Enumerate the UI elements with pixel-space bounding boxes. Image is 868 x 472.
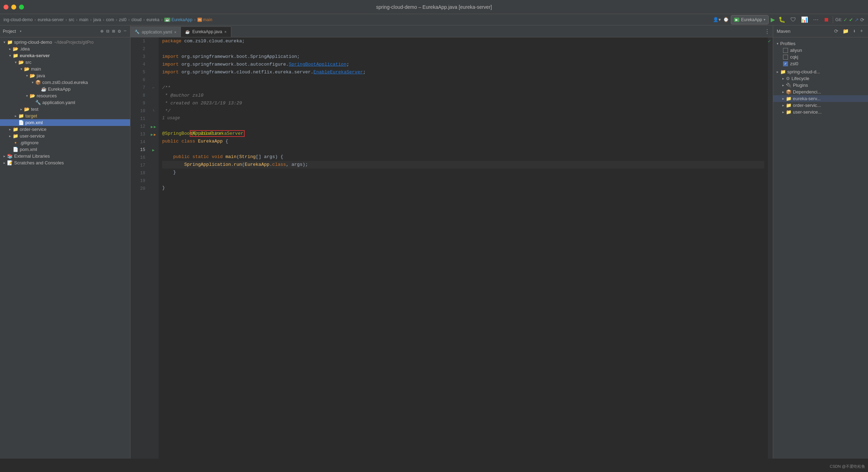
tab-menu[interactable]: ⋮: [762, 26, 773, 37]
expand-arrow[interactable]: ▸: [1, 154, 7, 158]
breadcrumb-item[interactable]: eureka-server: [38, 17, 64, 22]
git-accept-icon[interactable]: ✔: [849, 17, 853, 23]
breadcrumb-item[interactable]: zsl0: [119, 17, 126, 22]
tree-item-package[interactable]: ▾ 📦 com.zsl0.cloud.eureka: [0, 79, 130, 86]
expand-arrow[interactable]: ▾: [24, 94, 30, 98]
profile-button[interactable]: 📊: [800, 16, 809, 24]
profiles-expand-arrow[interactable]: ▾: [775, 42, 780, 46]
locate-icon[interactable]: ⊕: [100, 28, 104, 35]
tree-item-resources[interactable]: ▾ 📂 resources: [0, 92, 130, 99]
tree-item-scratches[interactable]: ▸ 📝 Scratches and Consoles: [0, 159, 130, 166]
profile-cqkj[interactable]: cqkj: [773, 54, 868, 60]
gutter-10[interactable]: └: [148, 107, 159, 115]
expand-arrow[interactable]: ▸: [775, 70, 780, 74]
minimize-button[interactable]: [11, 5, 16, 10]
profile-zsl0[interactable]: zsl0: [773, 60, 868, 67]
tree-item-src[interactable]: ▾ 📂 src: [0, 59, 130, 66]
collapse-all-icon[interactable]: ⊟: [105, 28, 110, 35]
profile-cqkj-checkbox[interactable]: [783, 55, 788, 60]
tree-item-main[interactable]: ▾ 📂 main: [0, 66, 130, 72]
tree-item-yaml[interactable]: 🔧 application.yaml: [0, 99, 130, 106]
breadcrumb-item[interactable]: src: [69, 17, 74, 22]
vcs-icon[interactable]: ⌚: [723, 17, 729, 22]
tree-item-target[interactable]: ▸ 📁 target: [0, 113, 130, 119]
run-gutter-15[interactable]: ▶: [152, 148, 155, 152]
maven-item-order-service[interactable]: ▸ 📁 order-servic...: [773, 102, 868, 109]
expand-arrow[interactable]: ▸: [13, 114, 18, 118]
validation-check[interactable]: ✓: [768, 37, 773, 45]
maven-item-eureka-serv[interactable]: ▸ 📁 eureka-serv...: [773, 95, 868, 102]
maven-reload-icon[interactable]: ⟳: [833, 28, 840, 35]
expand-arrow[interactable]: ▾: [1, 40, 7, 44]
profile-zsl0-checkbox[interactable]: [783, 61, 788, 66]
breadcrumb-item[interactable]: cloud: [132, 17, 142, 22]
maximize-button[interactable]: [19, 5, 24, 10]
gutter-7[interactable]: ⌐: [148, 84, 159, 92]
tree-item-order-service[interactable]: ▸ 📁 order-service: [0, 126, 130, 133]
debug-gutter-12[interactable]: ▶: [154, 125, 156, 129]
tree-item-pom-root[interactable]: 📄 pom.xml: [0, 146, 130, 153]
expand-arrow[interactable]: ▾: [18, 67, 24, 71]
breadcrumb-item[interactable]: main: [79, 17, 88, 22]
breadcrumb-item-main[interactable]: m main: [197, 17, 213, 22]
maven-item-lifecycle[interactable]: ▸ ⚙ Lifecycle: [773, 75, 868, 82]
tree-item-test[interactable]: ▸ 📂 test: [0, 106, 130, 113]
close-tab-eurekaapp[interactable]: ×: [224, 30, 226, 34]
expand-icon[interactable]: ⊞: [111, 28, 116, 35]
run-config-dropdown[interactable]: ▶ EurekaApp ▾: [731, 15, 769, 24]
expand-arrow[interactable]: ▸: [7, 127, 13, 131]
expand-arrow[interactable]: ▸: [780, 110, 786, 114]
expand-arrow[interactable]: ▸: [780, 90, 786, 94]
maven-download-icon[interactable]: ⬇: [851, 28, 857, 35]
tree-item-root[interactable]: ▾ 📁 spring-cloud-demo ~/IdeaProjects/git…: [0, 39, 130, 46]
breadcrumb-item[interactable]: java: [93, 17, 101, 22]
breadcrumb-item[interactable]: eureka: [146, 17, 159, 22]
expand-arrow[interactable]: ▾: [7, 54, 13, 58]
window-controls[interactable]: [4, 5, 24, 10]
tree-item-external-libs[interactable]: ▸ 📚 External Libraries: [0, 153, 130, 159]
gutter-15[interactable]: ▶: [148, 146, 159, 154]
settings-icon[interactable]: ⚙: [117, 28, 121, 35]
maven-item-user-service[interactable]: ▸ 📁 user-service...: [773, 109, 868, 115]
git-check-icon[interactable]: ✓: [843, 17, 848, 23]
tab-eurekaapp[interactable]: ☕ EurekaApp.java ×: [181, 26, 231, 37]
dropdown-chevron-icon[interactable]: ▾: [19, 29, 22, 34]
run-button[interactable]: ▶: [771, 16, 775, 23]
maven-add-icon[interactable]: +: [859, 28, 864, 35]
profiles-header[interactable]: ▾ Profiles: [773, 40, 868, 47]
tree-item-idea[interactable]: ▸ 📂 .idea: [0, 46, 130, 52]
expand-arrow[interactable]: ▾: [13, 60, 18, 64]
stop-button[interactable]: ⏹: [822, 16, 831, 24]
debug-button[interactable]: 🐛: [777, 16, 787, 24]
git-push-icon[interactable]: ↗: [855, 17, 859, 23]
expand-arrow[interactable]: ▸: [780, 83, 786, 87]
tab-yaml[interactable]: 🔧 application.yaml ×: [130, 26, 181, 37]
tree-item-eurekaapp[interactable]: ☕ EurekaApp: [0, 86, 130, 92]
breadcrumb-actions[interactable]: 👤▾ ⌚ ▶ EurekaApp ▾ ▶ 🐛 🛡 📊 ⋯ ⏹ Git: ✓ ✔ …: [713, 15, 864, 24]
expand-arrow[interactable]: ▸: [780, 103, 786, 107]
person-icon[interactable]: 👤▾: [713, 17, 721, 22]
profile-aliyun-checkbox[interactable]: [783, 48, 788, 53]
code-editor[interactable]: package com.zsl0.cloud.eureka; import or…: [159, 37, 768, 459]
expand-arrow[interactable]: ▸: [7, 134, 13, 138]
run-gutter-13[interactable]: ▶: [151, 132, 153, 137]
git-settings-icon[interactable]: ⟳: [860, 17, 864, 23]
expand-arrow[interactable]: ▸: [18, 107, 24, 111]
breadcrumb-item[interactable]: com: [106, 17, 114, 22]
editor-content[interactable]: 1 2 3 4 5 6 7 8 9 10 11 12 13 14 15 16 1…: [130, 37, 773, 459]
minimize-panel-icon[interactable]: −: [123, 28, 127, 35]
breadcrumb-item[interactable]: ing-cloud-demo: [4, 17, 33, 22]
run-gutter-12[interactable]: ▶: [151, 125, 153, 129]
maven-folder-icon[interactable]: 📁: [841, 28, 850, 35]
tree-item-java[interactable]: ▾ 📂 java: [0, 72, 130, 79]
maven-item-spring-cloud[interactable]: ▸ 📁 spring-cloud-d...: [773, 68, 868, 75]
expand-arrow[interactable]: ▸: [780, 77, 786, 80]
expand-arrow[interactable]: ▸: [1, 161, 7, 165]
expand-arrow[interactable]: ▾: [30, 80, 35, 84]
debug-gutter-13[interactable]: ▶: [154, 132, 156, 137]
maven-item-deps[interactable]: ▸ 📦 Dependenci...: [773, 89, 868, 95]
tree-item-pom-eureka[interactable]: 📄 pom.xml: [0, 119, 130, 126]
breadcrumb-item-eureka[interactable]: ☕ EurekaApp: [164, 17, 192, 22]
profile-aliyun[interactable]: aliyun: [773, 47, 868, 54]
more-run-button[interactable]: ⋯: [812, 16, 820, 24]
